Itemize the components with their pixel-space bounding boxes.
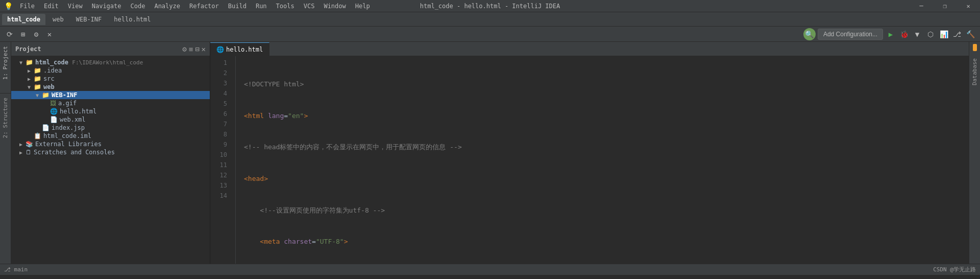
code-line-1: <!DOCTYPE html> — [244, 80, 961, 90]
html-icon: 🌐 — [50, 108, 58, 115]
warning-indicator — [973, 44, 977, 51]
tab-web[interactable]: web — [47, 14, 69, 25]
tree-item-html-code[interactable]: ▼ 📁 html_code F:\IDEAWork\html_code — [11, 58, 210, 66]
run-icon[interactable]: ▶ — [885, 29, 896, 40]
line-num-5: 5 — [210, 99, 231, 109]
window-title: html_code - hello.html - IntelliJ IDEA — [420, 0, 560, 12]
editor-tabs: 🌐 hello.html — [210, 42, 969, 56]
tree-item-webinf[interactable]: ▼ 📁 WEB-INF — [11, 91, 210, 99]
line-num-1: 1 — [210, 58, 231, 68]
arrow-icon: ▶ — [19, 150, 26, 155]
tab-hello-html[interactable]: hello.html — [109, 14, 156, 25]
git-branch[interactable]: ⎇ main — [4, 266, 28, 273]
folder-icon: 📁 — [42, 91, 50, 99]
menu-edit[interactable]: Edit — [40, 2, 63, 11]
panel-close-icon[interactable]: ✕ — [202, 45, 206, 53]
tree-item-hello-html[interactable]: 🌐 hello.html — [11, 107, 210, 115]
gear-icon[interactable]: ⚙ — [182, 45, 186, 53]
collapse-all-icon[interactable]: ≡ — [189, 45, 193, 53]
tree-label: hello.html — [60, 108, 96, 115]
close-button[interactable]: ✕ — [957, 0, 980, 12]
menu-bar: 💡 File Edit View Navigate Code Analyze R… — [0, 0, 980, 12]
build-icon[interactable]: 🔨 — [965, 29, 976, 40]
code-content[interactable]: <!DOCTYPE html> <html lang="en"> <!-- he… — [236, 56, 969, 264]
arrow-icon: ▼ — [36, 92, 42, 98]
code-line-3: <!-- head标签中的内容，不会显示在网页中，用于配置网页的信息 --> — [244, 143, 961, 153]
menu-file[interactable]: File — [16, 2, 39, 11]
arrow-icon: ▶ — [28, 76, 34, 82]
minimize-button[interactable]: ─ — [910, 0, 933, 12]
panel-settings-icon[interactable]: ⊟ — [195, 45, 199, 53]
arrow-icon: ▶ — [19, 142, 26, 147]
tree-item-ext-libs[interactable]: ▶ 📚 External Libraries — [11, 140, 210, 148]
tree-label: index.jsp — [52, 124, 85, 131]
tree-item-webxml[interactable]: 📄 web.xml — [11, 115, 210, 124]
editor-tab-hello-html[interactable]: 🌐 hello.html — [210, 42, 270, 56]
app-icon: 💡 — [4, 2, 13, 10]
bottom-bar: ⎇ main CSDN @学无止路 — [0, 264, 980, 275]
tree-label: html_code.iml — [43, 132, 91, 140]
line-num-7: 7 — [210, 120, 231, 130]
line-numbers: 1 2 3 4 5 6 7 8 9 10 11 12 13 14 — [210, 56, 236, 264]
profiler-icon[interactable]: 📊 — [938, 29, 949, 40]
search-icon[interactable]: 🔍 — [803, 28, 816, 40]
tree-label: .idea — [43, 67, 62, 74]
menu-view[interactable]: View — [64, 2, 87, 11]
tree-label: web — [43, 83, 55, 90]
menu-build[interactable]: Build — [224, 2, 251, 11]
tree-item-web[interactable]: ▼ 📁 web — [11, 83, 210, 91]
tree-item-iml[interactable]: 📋 html_code.iml — [11, 132, 210, 140]
menu-tools[interactable]: Tools — [272, 2, 299, 11]
tree-label: html_code F:\IDEAWork\html_code — [35, 59, 143, 66]
scratches-icon: 🗒 — [26, 149, 32, 156]
tree-item-indexjsp[interactable]: 📄 index.jsp — [11, 124, 210, 132]
menu-help[interactable]: Help — [351, 2, 374, 11]
add-configuration-button[interactable]: Add Configuration... — [818, 29, 883, 40]
menu-navigate[interactable]: Navigate — [88, 2, 126, 11]
project-panel: Project ⚙ ≡ ⊟ ✕ ▼ 📁 html_code F:\IDEAWor… — [11, 42, 210, 264]
tree-item-agif[interactable]: 🖼 a.gif — [11, 99, 210, 107]
line-num-8: 8 — [210, 130, 231, 140]
vcs-icon[interactable]: ⎇ — [951, 29, 963, 40]
line-num-12: 12 — [210, 171, 231, 181]
menu-run[interactable]: Run — [252, 2, 271, 11]
line-num-10: 10 — [210, 150, 231, 160]
line-num-11: 11 — [210, 160, 231, 171]
tree-item-src[interactable]: ▶ 📁 src — [11, 75, 210, 83]
layout-icon[interactable]: ⊞ — [17, 29, 29, 40]
code-line-2: <html lang="en"> — [244, 111, 961, 121]
debug-icon[interactable]: 🐞 — [898, 29, 910, 40]
line-num-6: 6 — [210, 109, 231, 120]
tree-item-idea[interactable]: ▶ 📁 .idea — [11, 66, 210, 75]
menu-analyze[interactable]: Analyze — [150, 2, 184, 11]
close-panel-icon[interactable]: ✕ — [44, 29, 55, 40]
restore-button[interactable]: ❐ — [933, 0, 957, 12]
sidebar-project-label[interactable]: 1: Project — [0, 42, 11, 93]
folder-icon: 📁 — [34, 67, 41, 74]
panel-header: Project ⚙ ≡ ⊟ ✕ — [11, 42, 210, 56]
database-label[interactable]: Database — [970, 54, 979, 89]
tree-label: External Libraries — [35, 141, 102, 148]
line-num-13: 13 — [210, 181, 231, 191]
menu-refactor[interactable]: Refactor — [185, 2, 223, 11]
gif-icon: 🖼 — [50, 100, 56, 107]
settings-icon[interactable]: ⚙ — [31, 29, 42, 40]
sidebar-structure-label[interactable]: 2: Structure — [0, 94, 11, 264]
line-num-2: 2 — [210, 68, 231, 79]
tree-label: Scratches and Consoles — [34, 149, 115, 156]
tab-html-code[interactable]: html_code — [2, 14, 45, 25]
tree-label: WEB-INF — [52, 91, 78, 99]
sync-icon[interactable]: ⟳ — [4, 29, 15, 40]
coverage-icon[interactable]: ⬡ — [925, 29, 936, 40]
menu-window[interactable]: Window — [320, 2, 350, 11]
run-config-icon[interactable]: ▼ — [912, 29, 923, 40]
menu-code[interactable]: Code — [127, 2, 150, 11]
code-editor[interactable]: 1 2 3 4 5 6 7 8 9 10 11 12 13 14 <!DOCTY… — [210, 56, 969, 264]
arrow-icon: ▼ — [28, 84, 34, 90]
tree-item-scratches[interactable]: ▶ 🗒 Scratches and Consoles — [11, 148, 210, 156]
tab-web-inf[interactable]: WEB-INF — [71, 14, 107, 25]
file-tree: ▼ 📁 html_code F:\IDEAWork\html_code ▶ 📁 … — [11, 56, 210, 264]
watermark: CSDN @学无止路 — [933, 266, 976, 273]
menu-vcs[interactable]: VCS — [300, 2, 319, 11]
jsp-icon: 📄 — [42, 124, 50, 131]
